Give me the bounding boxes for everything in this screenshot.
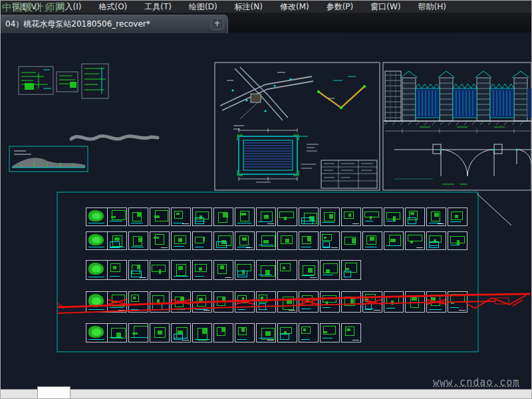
drawing-sheet-thumbnail[interactable] (86, 231, 109, 250)
drawing-sheet-thumbnail[interactable] (256, 260, 276, 280)
menu-item[interactable]: 修改(M) (271, 1, 318, 13)
drawing-sheet-thumbnail[interactable] (107, 323, 127, 342)
drawing-sheet-thumbnail[interactable] (448, 291, 467, 313)
drawing-sheet-thumbnail[interactable] (150, 207, 170, 226)
drawing-sheet-thumbnail[interactable] (405, 291, 425, 313)
drawing-sheet-thumbnail[interactable] (320, 291, 340, 313)
drawing-sheet-thumbnail[interactable] (320, 323, 340, 342)
drawing-sheet-thumbnail[interactable] (171, 207, 191, 226)
drawing-sheet-thumbnail[interactable] (448, 207, 467, 226)
drawing-sheet-thumbnail[interactable] (150, 260, 170, 280)
drawing-sheet-thumbnail[interactable] (341, 231, 361, 250)
drawing-sheet-thumbnail[interactable] (192, 291, 212, 313)
drawing-sheet-thumbnail[interactable] (107, 207, 127, 226)
drawing-sheet-thumbnail[interactable] (192, 231, 212, 250)
drawing-sheet-thumbnail[interactable] (256, 323, 276, 342)
drawing-sheet-thumbnail[interactable] (299, 207, 319, 226)
drawing-sheet-thumbnail[interactable] (320, 231, 340, 250)
drawing-sheet-thumbnail[interactable] (235, 291, 255, 313)
bottom-strip (1, 389, 531, 398)
drawing-sheet-thumbnail[interactable] (277, 231, 297, 250)
drawing-sheet-thumbnail[interactable] (299, 231, 319, 250)
menu-item[interactable]: 窗口(W) (362, 1, 409, 13)
drawing-sheet-thumbnail[interactable] (213, 260, 233, 280)
drawing-sheet-thumbnail[interactable] (256, 291, 276, 313)
drawing-sheet-thumbnail[interactable] (128, 207, 148, 226)
bottom-strip-block (37, 386, 70, 398)
drawing-sheet-thumbnail[interactable] (277, 291, 297, 313)
drawing-sheet-thumbnail[interactable] (235, 260, 255, 280)
drawing-sheet-thumbnail[interactable] (384, 291, 404, 313)
drawing-sheet-thumbnail[interactable] (277, 323, 297, 342)
drawing-sheet-thumbnail[interactable] (128, 291, 148, 313)
menu-item[interactable]: 格式(O) (90, 1, 136, 13)
drawing-sheet-thumbnail[interactable] (320, 260, 340, 280)
drawing-sheet-thumbnail[interactable] (171, 260, 191, 280)
drawing-sheet-thumbnail[interactable] (128, 260, 148, 280)
drawing-sheet-thumbnail[interactable] (256, 231, 276, 250)
drawing-sheet-thumbnail[interactable] (107, 291, 127, 313)
menu-item[interactable]: 参数(P) (318, 1, 362, 13)
drawing-sheet-thumbnail[interactable] (341, 323, 361, 342)
drawing-sheet-thumbnail[interactable] (256, 207, 276, 226)
drawing-sheet-thumbnail[interactable] (150, 231, 170, 250)
tab-bar: 04）桃花水母泵站20180506_recover* + (1, 13, 531, 33)
drawing-sheet-thumbnail[interactable] (213, 323, 233, 342)
drawing-sheet-thumbnail[interactable] (341, 260, 361, 280)
drawing-sheet-thumbnail[interactable] (213, 291, 233, 313)
drawing-sheet-thumbnail[interactable] (426, 231, 446, 250)
new-tab-button[interactable]: + (211, 18, 223, 30)
drawing-sheet-thumbnail[interactable] (107, 260, 127, 280)
drawing-sheet-thumbnail[interactable] (235, 323, 255, 342)
drawing-sheet-thumbnail[interactable] (277, 260, 297, 280)
menu-item[interactable]: 工具(T) (136, 1, 180, 13)
drawing-sheet-thumbnail[interactable] (128, 231, 148, 250)
drawing-sheet-thumbnail[interactable] (426, 207, 446, 226)
menu-item[interactable]: 标注(N) (226, 1, 271, 13)
drawing-sheet-thumbnail[interactable] (426, 291, 446, 313)
drawing-sheet-thumbnail[interactable] (150, 291, 170, 313)
drawing-sheet-thumbnail[interactable] (171, 323, 191, 342)
file-tab-title: 04）桃花水母泵站20180506_recover* (5, 19, 150, 30)
menu-item[interactable]: 帮助(H) (410, 1, 455, 13)
drawing-sheet-thumbnail[interactable] (86, 291, 109, 313)
drawing-sheet-thumbnail[interactable] (320, 207, 340, 226)
menu-items: 视图(V)插入(I)格式(O)工具(T)绘图(D)标注(N)修改(M)参数(P)… (3, 1, 455, 13)
drawing-sheet-thumbnail[interactable] (235, 207, 255, 226)
drawing-sheet-thumbnail[interactable] (171, 231, 191, 250)
drawing-sheet-thumbnail[interactable] (192, 260, 212, 280)
drawing-sheet-thumbnail[interactable] (150, 323, 170, 342)
drawing-sheet-thumbnail[interactable] (192, 323, 212, 342)
drawing-sheet-thumbnail[interactable] (362, 291, 382, 313)
drawing-sheet-thumbnail[interactable] (405, 207, 425, 226)
drawing-sheet-thumbnail[interactable] (213, 207, 233, 226)
drawing-sheet-thumbnail[interactable] (277, 207, 297, 226)
drawing-sheet-thumbnail[interactable] (341, 207, 361, 226)
drawing-sheet-thumbnail[interactable] (299, 260, 319, 280)
drawing-sheet-thumbnail[interactable] (362, 231, 382, 250)
menu-bar: 视图(V)插入(I)格式(O)工具(T)绘图(D)标注(N)修改(M)参数(P)… (1, 1, 532, 13)
drawing-sheet-thumbnail[interactable] (192, 207, 212, 226)
drawing-sheet-thumbnail[interactable] (128, 323, 148, 342)
drawing-sheet-thumbnail[interactable] (448, 231, 467, 250)
drawing-sheet-thumbnail[interactable] (171, 291, 191, 313)
drawing-sheet-thumbnail[interactable] (384, 207, 404, 226)
file-tab[interactable]: 04）桃花水母泵站20180506_recover* (0, 15, 228, 33)
drawing-sheet-thumbnail[interactable] (213, 231, 233, 250)
drawing-sheet-thumbnail[interactable] (235, 231, 255, 250)
menu-item[interactable]: 绘图(D) (180, 1, 226, 13)
drawing-sheet-thumbnail[interactable] (405, 231, 425, 250)
drawing-sheet-thumbnail[interactable] (384, 231, 404, 250)
drawing-sheet-thumbnail[interactable] (86, 207, 109, 226)
drawing-sheet-thumbnail[interactable] (341, 291, 361, 313)
menu-item[interactable]: 插入(I) (49, 1, 90, 13)
cad-window: 视图(V)插入(I)格式(O)工具(T)绘图(D)标注(N)修改(M)参数(P)… (0, 0, 532, 399)
drawing-sheet-thumbnail[interactable] (107, 231, 127, 250)
drawing-sheet-thumbnail[interactable] (86, 323, 109, 342)
drawing-sheet-thumbnail[interactable] (362, 207, 382, 226)
drawing-sheet-thumbnail[interactable] (299, 291, 319, 313)
drawing-sheet-thumbnail[interactable] (299, 323, 319, 342)
drawing-sheet-thumbnail[interactable] (86, 260, 109, 280)
menu-item[interactable]: 视图(V) (3, 1, 49, 13)
